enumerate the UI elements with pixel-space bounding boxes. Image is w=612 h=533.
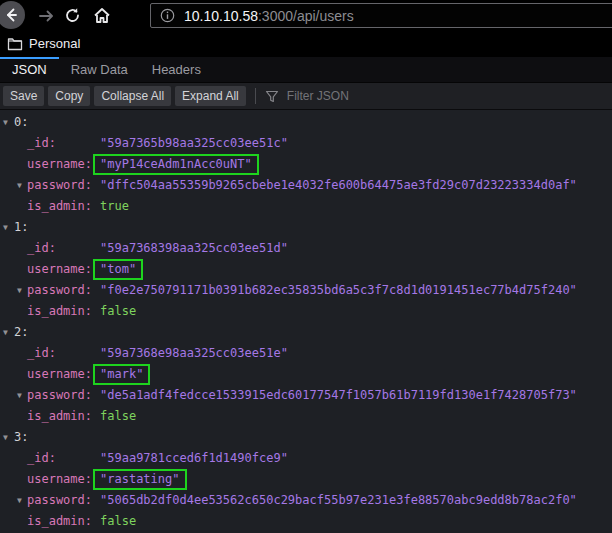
filter-json-input[interactable] <box>285 88 509 104</box>
back-button[interactable] <box>0 1 25 29</box>
entry-index: 1 <box>14 217 28 238</box>
url-bar[interactable]: 10.10.10.58:3000/api/users <box>150 3 612 28</box>
is-admin-row: is_admin false <box>0 511 612 532</box>
bookmark-folder-personal[interactable]: Personal <box>7 36 80 51</box>
home-icon <box>93 7 111 24</box>
id-row: _id 59a7368e98aa325cc03ee51e <box>0 343 612 364</box>
refresh-icon <box>64 7 81 24</box>
is-admin-value: false <box>100 301 136 322</box>
collapse-arrow-icon[interactable]: ▼ <box>3 322 8 343</box>
id-key: _id <box>27 343 56 364</box>
home-button[interactable] <box>93 7 110 24</box>
bookmarks-toolbar: Personal <box>0 30 612 57</box>
json-entry: ▼ 3 _id 59aa9781cced6f1d1490fce9 usernam… <box>0 427 612 532</box>
username-row: username mark <box>0 364 612 385</box>
copy-button[interactable]: Copy <box>48 86 90 106</box>
json-entry: ▼ 0 _id 59a7365b98aa325cc03ee51c usernam… <box>0 112 612 217</box>
tab-raw-data[interactable]: Raw Data <box>59 57 140 82</box>
id-row: _id 59a7368398aa325cc03ee51d <box>0 238 612 259</box>
username-row: username tom <box>0 259 612 280</box>
forward-button[interactable] <box>37 7 54 24</box>
collapse-arrow-icon[interactable]: ▼ <box>3 427 8 448</box>
password-row: ▼ password de5a1adf4fedcce1533915edc6017… <box>0 385 612 406</box>
filter-funnel-icon <box>265 90 279 103</box>
id-row: _id 59aa9781cced6f1d1490fce9 <box>0 448 612 469</box>
url-host: 10.10.10.58 <box>184 8 258 24</box>
password-row: ▼ password dffc504aa55359b9265cbebe1e403… <box>0 175 612 196</box>
id-key: _id <box>27 133 56 154</box>
id-value: 59a7368e98aa325cc03ee51e <box>100 343 288 364</box>
username-value-highlighted: rastating <box>93 469 187 490</box>
id-value: 59a7365b98aa325cc03ee51c <box>100 133 288 154</box>
entry-header-row: ▼ 1 <box>0 217 612 238</box>
entry-index: 0 <box>14 112 28 133</box>
password-key: password <box>27 385 92 406</box>
username-row: username myP14ceAdm1nAcc0uNT <box>0 154 612 175</box>
password-value: 5065db2df0d4ee53562c650c29bacf55b97e231e… <box>100 490 577 511</box>
filter-json-wrap <box>265 88 509 104</box>
entry-header-row: ▼ 2 <box>0 322 612 343</box>
back-arrow-icon <box>3 7 19 23</box>
id-value: 59a7368398aa325cc03ee51d <box>100 238 288 259</box>
json-viewer-tabbar: JSON Raw Data Headers <box>0 57 612 83</box>
is-admin-key: is_admin <box>27 196 92 217</box>
site-info-icon[interactable] <box>160 8 175 23</box>
entry-index: 2 <box>14 322 28 343</box>
entry-index: 3 <box>14 427 28 448</box>
collapse-arrow-icon[interactable]: ▼ <box>17 385 22 406</box>
username-value-highlighted: mark <box>93 364 150 385</box>
is-admin-value: false <box>100 511 136 532</box>
password-value: f0e2e750791171b0391b682ec35835bd6a5c3f7c… <box>100 280 577 301</box>
save-button[interactable]: Save <box>3 86 44 106</box>
tab-json[interactable]: JSON <box>0 57 59 82</box>
is-admin-row: is_admin true <box>0 196 612 217</box>
password-row: ▼ password 5065db2df0d4ee53562c650c29bac… <box>0 490 612 511</box>
is-admin-key: is_admin <box>27 301 92 322</box>
toolbar-separator <box>255 88 256 104</box>
folder-icon <box>7 37 23 51</box>
is-admin-row: is_admin false <box>0 406 612 427</box>
expand-all-button[interactable]: Expand All <box>175 86 246 106</box>
id-value: 59aa9781cced6f1d1490fce9 <box>100 448 288 469</box>
password-key: password <box>27 280 92 301</box>
id-key: _id <box>27 448 56 469</box>
json-viewer-toolbar: Save Copy Collapse All Expand All <box>0 83 612 110</box>
username-key: username <box>27 259 92 280</box>
collapse-all-button[interactable]: Collapse All <box>94 86 171 106</box>
collapse-arrow-icon[interactable]: ▼ <box>17 490 22 511</box>
password-value: dffc504aa55359b9265cbebe1e4032fe600b6447… <box>100 175 577 196</box>
collapse-arrow-icon[interactable]: ▼ <box>3 112 8 133</box>
refresh-button[interactable] <box>64 7 81 24</box>
json-entry: ▼ 2 _id 59a7368e98aa325cc03ee51e usernam… <box>0 322 612 427</box>
tab-headers[interactable]: Headers <box>140 57 213 82</box>
entry-header-row: ▼ 0 <box>0 112 612 133</box>
id-key: _id <box>27 238 56 259</box>
password-row: ▼ password f0e2e750791171b0391b682ec3583… <box>0 280 612 301</box>
url-text: 10.10.10.58:3000/api/users <box>184 8 354 24</box>
is-admin-value: true <box>100 196 129 217</box>
is-admin-key: is_admin <box>27 511 92 532</box>
password-key: password <box>27 490 92 511</box>
json-tree: ▼ 0 _id 59a7365b98aa325cc03ee51c usernam… <box>0 110 612 533</box>
is-admin-value: false <box>100 406 136 427</box>
username-row: username rastating <box>0 469 612 490</box>
url-path: :3000/api/users <box>258 8 354 24</box>
collapse-arrow-icon[interactable]: ▼ <box>17 280 22 301</box>
json-entry: ▼ 1 _id 59a7368398aa325cc03ee51d usernam… <box>0 217 612 322</box>
entry-header-row: ▼ 3 <box>0 427 612 448</box>
username-value-highlighted: myP14ceAdm1nAcc0uNT <box>93 154 259 175</box>
browser-navbar: 10.10.10.58:3000/api/users <box>0 0 612 30</box>
username-key: username <box>27 364 92 385</box>
id-row: _id 59a7365b98aa325cc03ee51c <box>0 133 612 154</box>
is-admin-key: is_admin <box>27 406 92 427</box>
bookmark-label: Personal <box>29 36 80 51</box>
password-key: password <box>27 175 92 196</box>
username-value-highlighted: tom <box>93 259 143 280</box>
username-key: username <box>27 154 92 175</box>
password-value: de5a1adf4fedcce1533915edc60177547f1057b6… <box>100 385 577 406</box>
collapse-arrow-icon[interactable]: ▼ <box>3 217 8 238</box>
collapse-arrow-icon[interactable]: ▼ <box>17 175 22 196</box>
is-admin-row: is_admin false <box>0 301 612 322</box>
username-key: username <box>27 469 92 490</box>
forward-arrow-icon <box>38 8 54 24</box>
